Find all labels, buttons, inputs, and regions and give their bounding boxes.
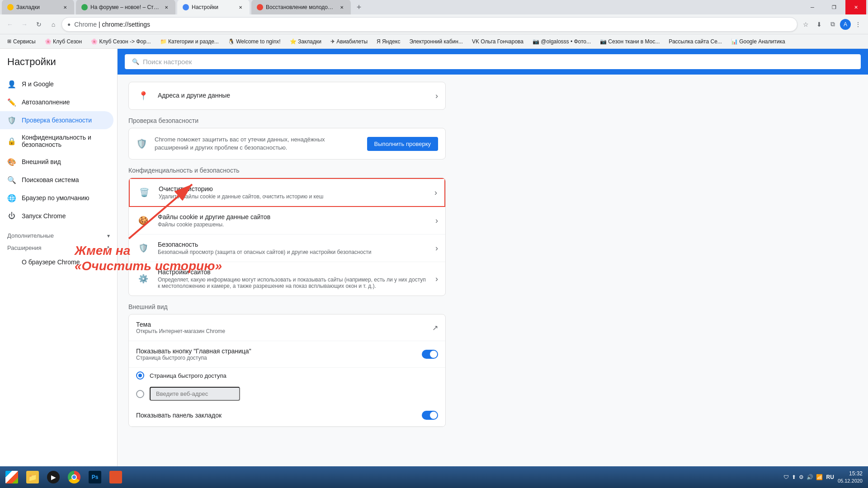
cookies-row[interactable]: 🍪 Файлы cookie и другие данные сайтов Фа…	[129, 207, 445, 235]
menu-button[interactable]: ⋮	[852, 18, 864, 31]
minimize-button[interactable]: ─	[802, 0, 823, 14]
tab-settings[interactable]: Настройки ✕	[177, 0, 250, 15]
sidebar-item-privacy[interactable]: 🔒 Конфиденциальность и безопасность	[0, 129, 113, 153]
security-row[interactable]: 🛡️ Безопасность Безопасный просмотр (защ…	[129, 235, 445, 262]
close-button[interactable]: ✕	[845, 0, 866, 14]
bookmark-item-cabinet[interactable]: Электронний кабин...	[406, 38, 467, 46]
radio-quick-access[interactable]: Страница быстрого доступа	[129, 368, 445, 383]
taskbar-extra-app[interactable]	[106, 468, 126, 486]
run-check-button[interactable]: Выполнить проверку	[367, 137, 438, 151]
appearance-icon: 🎨	[7, 157, 16, 166]
taskbar-file-explorer[interactable]: 📁	[23, 468, 42, 486]
download-button[interactable]: ⬇	[813, 18, 826, 31]
privacy-section-title: Конфиденциальность и безопасность	[128, 167, 446, 174]
sidebar-item-security-check[interactable]: 🛡️ Проверка безопасности	[0, 111, 113, 129]
search-icon: 🔍	[7, 175, 16, 184]
restore-button[interactable]: ❐	[824, 0, 844, 14]
bookmark-item-club-forum[interactable]: 🌸 Клуб Сезон -> Фор...	[87, 38, 155, 46]
radio-url[interactable]	[129, 383, 445, 404]
sidebar-label-startup: Запуск Chrome	[22, 212, 66, 220]
clock-time: 15:32	[838, 470, 863, 478]
chevron-right-icon-2: ›	[435, 216, 438, 225]
clear-history-row[interactable]: 🗑️ Очистить историю Удалить файлы cookie…	[129, 178, 445, 207]
location-icon: 📍	[136, 89, 151, 103]
radio-quick-access-btn[interactable]	[136, 371, 144, 380]
sidebar-label-google: Я и Google	[22, 80, 54, 88]
bookmark-label: VK Ольга Гончарова	[472, 38, 524, 45]
chevron-right-icon-4: ›	[435, 274, 438, 284]
bookmark-item-season[interactable]: 📷 Сезон ткани в Мос...	[596, 38, 663, 46]
back-button[interactable]: ←	[4, 18, 16, 31]
search-input[interactable]	[143, 58, 854, 66]
addresses-card: 📍 Адреса и другие данные ›	[128, 82, 446, 110]
bookmark-item-olga[interactable]: VK Ольга Гончарова	[468, 38, 527, 46]
addresses-row[interactable]: 📍 Адреса и другие данные ›	[129, 82, 445, 109]
bookmark-item-analytics[interactable]: 📊 Google Аналитика	[727, 38, 789, 46]
taskbar-media[interactable]: ▶	[43, 468, 63, 486]
clock: 15:32 05.12.2020	[838, 470, 863, 484]
bookmark-item-categories[interactable]: 📁 Категории и разде...	[156, 38, 222, 46]
bookmark-star-button[interactable]: ☆	[799, 18, 812, 31]
tab-close-settings[interactable]: ✕	[237, 4, 244, 11]
bookmark-item-yandex[interactable]: Я Яндекс	[373, 38, 404, 46]
bookmark-label: 📊 Google Аналитика	[731, 38, 785, 45]
sidebar-section-advanced[interactable]: Дополнительные ▾	[0, 229, 117, 241]
sidebar-item-autofill[interactable]: ✏️ Автозаполнение	[0, 93, 113, 111]
radio-url-btn[interactable]	[136, 390, 144, 398]
tab-restore[interactable]: Восстановление молодости ли... ✕	[251, 0, 351, 15]
content-area: 🔍 📍 Адреса и другие данные › Пр	[118, 49, 868, 466]
tab-bookmarks[interactable]: Закладки ✕	[2, 0, 74, 15]
bookmark-item-instagram[interactable]: 📷 @olgalosss • Фото...	[529, 38, 594, 46]
bookmark-label: ⭐ Закладки	[290, 38, 321, 45]
security-content: Безопасность Безопасный просмотр (защита…	[158, 241, 428, 255]
appearance-section-title: Внешний вид	[128, 303, 446, 310]
url-input[interactable]	[150, 387, 240, 401]
bookmark-item-mailing[interactable]: Рассылка сайта Се...	[665, 38, 726, 46]
security-icon: 🛡️	[136, 241, 151, 255]
clock-date: 05.12.2020	[838, 478, 863, 484]
addresses-title: Адреса и другие данные	[158, 92, 428, 99]
sidebar-item-appearance[interactable]: 🎨 Внешний вид	[0, 153, 113, 171]
new-tab-button[interactable]: +	[353, 1, 365, 14]
sidebar-item-google[interactable]: 👤 Я и Google	[0, 75, 113, 93]
external-link-icon[interactable]: ↗	[432, 324, 438, 332]
sidebar-item-search-engine[interactable]: 🔍 Поисковая система	[0, 171, 113, 189]
security-check-icon: 🛡️	[136, 138, 147, 149]
browser-content-wrapper: Настройки 👤 Я и Google ✏️ Автозаполнение…	[0, 49, 868, 466]
bookmark-label: Я Яндекс	[377, 38, 400, 45]
start-button[interactable]	[2, 468, 22, 486]
taskbar-chrome[interactable]	[64, 468, 84, 486]
bookmark-item-services[interactable]: ⊞ Сервисы	[4, 38, 39, 46]
theme-row[interactable]: Тема Открыть Интернет-магазин Chrome ↗	[129, 314, 445, 341]
bookmarks-bar-toggle[interactable]	[422, 411, 438, 420]
browser-frame: Закладки ✕ На форуме – новое! – Страниц.…	[0, 0, 868, 488]
sidebar-item-startup[interactable]: ⏻ Запуск Chrome	[0, 207, 113, 225]
bookmark-item-avia[interactable]: ✈ Авиабилеты	[327, 38, 371, 46]
bookmark-label: Электронний кабин...	[409, 38, 463, 45]
forward-button[interactable]: →	[18, 18, 31, 31]
extensions-button[interactable]: ⧉	[826, 18, 839, 31]
tab-close-bookmarks[interactable]: ✕	[61, 4, 69, 11]
taskbar-photoshop[interactable]: Ps	[85, 468, 105, 486]
cookies-subtitle: Файлы cookie разрешены.	[158, 221, 428, 228]
site-settings-row[interactable]: ⚙️ Настройки сайтов Определяет, какую ин…	[129, 262, 445, 296]
home-button-toggle[interactable]	[422, 350, 438, 359]
bookmark-item-club[interactable]: 🌸 Клуб Сезон	[41, 38, 85, 46]
clear-history-content: Очистить историю Удалить файлы cookie и …	[159, 185, 427, 200]
tab-close-forum[interactable]: ✕	[163, 4, 170, 11]
tab-close-restore[interactable]: ✕	[338, 4, 345, 11]
site-settings-content: Настройки сайтов Определяет, какую инфор…	[158, 268, 428, 289]
reload-button[interactable]: ↻	[33, 18, 45, 31]
address-bar[interactable]: ● Chrome | chrome://settings	[61, 17, 797, 32]
tab-icon-restore	[257, 4, 263, 10]
theme-subtitle: Открыть Интернет-магазин Chrome	[136, 328, 425, 334]
tab-forum[interactable]: На форуме – новое! – Страниц... ✕	[76, 0, 175, 15]
sidebar-item-about[interactable]: О браузере Chrome	[0, 253, 113, 271]
search-bar[interactable]: 🔍	[125, 54, 861, 69]
sidebar-item-default-browser[interactable]: 🌐 Браузер по умолчанию	[0, 189, 113, 207]
bookmark-item-nginx[interactable]: 🐧 Welcome to nginx!	[224, 38, 284, 46]
home-button[interactable]: ⌂	[47, 18, 60, 31]
sidebar-section-extensions[interactable]: Расширения ↗	[0, 241, 117, 253]
bookmark-item-bookmarks[interactable]: ⭐ Закладки	[286, 38, 325, 46]
profile-button[interactable]: A	[840, 19, 851, 30]
